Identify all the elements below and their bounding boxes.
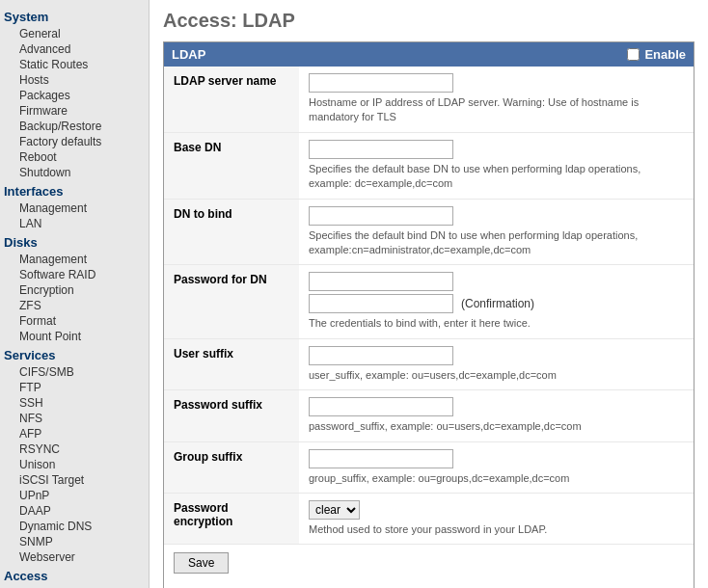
sidebar-item-general[interactable]: General (0, 26, 149, 41)
user-suffix-desc: user_suffix, example: ou=users,dc=exampl… (309, 368, 684, 383)
enable-checkbox[interactable] (627, 48, 640, 61)
panel-header-label: LDAP (172, 47, 205, 62)
sidebar-item-shutdown[interactable]: Shutdown (0, 165, 149, 180)
sidebar-item-dynamic-dns[interactable]: Dynamic DNS (0, 519, 149, 534)
main-content: Access: LDAP LDAP Enable LDAP server nam… (150, 0, 708, 588)
group-suffix-input[interactable] (309, 449, 453, 468)
sidebar-item-management[interactable]: Management (0, 200, 149, 216)
sidebar-item-firmware[interactable]: Firmware (0, 103, 149, 119)
base-dn-input[interactable] (309, 140, 453, 159)
dn-to-bind-desc: Specifies the default bind DN to use whe… (309, 228, 684, 258)
form-row-ldap-server-name: LDAP server nameHostname or IP address o… (164, 67, 694, 132)
save-row: Save (164, 545, 694, 581)
sidebar-section-services: Services (0, 344, 149, 364)
password-encryption-select[interactable]: clearcryptmd5sha (309, 500, 360, 520)
sidebar-item-static-routes[interactable]: Static Routes (0, 57, 149, 72)
sidebar-item-nfs[interactable]: NFS (0, 411, 149, 426)
sidebar-item-hosts[interactable]: Hosts (0, 72, 149, 88)
sidebar-item-format[interactable]: Format (0, 313, 149, 329)
sidebar-item-lan[interactable]: LAN (0, 216, 149, 231)
input-cell-dn-to-bind: Specifies the default bind DN to use whe… (299, 199, 694, 265)
form-row-password-encryption: Password encryptionclearcryptmd5shaMetho… (164, 493, 694, 544)
sidebar-item-snmp[interactable]: SNMP (0, 534, 149, 549)
sidebar-item-iscsi-target[interactable]: iSCSI Target (0, 472, 149, 488)
label-dn-to-bind: DN to bind (164, 199, 299, 265)
confirm-label: (Confirmation) (461, 297, 534, 310)
base-dn-desc: Specifies the default base DN to use whe… (309, 162, 684, 192)
label-ldap-server-name: LDAP server name (164, 67, 299, 132)
save-button[interactable]: Save (174, 552, 229, 574)
group-suffix-desc: group_suffix, example: ou=groups,dc=exam… (309, 471, 684, 486)
password-suffix-input[interactable] (309, 397, 453, 416)
password-for-dn-desc: The credentials to bind with, enter it h… (309, 316, 684, 331)
sidebar-section-disks: Disks (0, 231, 149, 252)
input-cell-password-encryption: clearcryptmd5shaMethod used to store you… (299, 493, 694, 544)
label-user-suffix: User suffix (164, 338, 299, 389)
sidebar-item-advanced[interactable]: Advanced (0, 41, 149, 57)
sidebar-section-interfaces: Interfaces (0, 180, 149, 200)
page-title: Access: LDAP (163, 10, 694, 32)
password-suffix-desc: password_suffix, example: ou=users,dc=ex… (309, 419, 684, 434)
sidebar-item-factory-defaults[interactable]: Factory defaults (0, 134, 149, 149)
input-cell-group-suffix: group_suffix, example: ou=groups,dc=exam… (299, 441, 694, 493)
dn-to-bind-input[interactable] (309, 206, 453, 226)
input-cell-password-for-dn: (Confirmation)The credentials to bind wi… (299, 265, 694, 338)
label-password-suffix: Password suffix (164, 390, 299, 441)
password-encryption-desc: Method used to store your password in yo… (309, 522, 684, 537)
sidebar: SystemGeneralAdvancedStatic RoutesHostsP… (0, 0, 150, 588)
password-for-dn-confirm-input[interactable] (309, 294, 453, 313)
sidebar-item-afp[interactable]: AFP (0, 426, 149, 441)
sidebar-section-system: System (0, 6, 149, 26)
label-base-dn: Base DN (164, 132, 299, 199)
form-row-user-suffix: User suffixuser_suffix, example: ou=user… (164, 338, 694, 389)
enable-label: Enable (644, 47, 686, 62)
sidebar-item-upnp[interactable]: UPnP (0, 488, 149, 503)
input-cell-user-suffix: user_suffix, example: ou=users,dc=exampl… (299, 338, 694, 389)
sidebar-item-backuprestore[interactable]: Backup/Restore (0, 119, 149, 134)
form-row-base-dn: Base DNSpecifies the default base DN to … (164, 132, 694, 199)
sidebar-item-cifssmb[interactable]: CIFS/SMB (0, 364, 149, 380)
sidebar-item-unison[interactable]: Unison (0, 457, 149, 472)
sidebar-section-access: Access (0, 565, 149, 585)
sidebar-item-webserver[interactable]: Webserver (0, 549, 149, 565)
input-cell-ldap-server-name: Hostname or IP address of LDAP server. W… (299, 67, 694, 132)
label-password-encryption: Password encryption (164, 493, 299, 544)
ldap-server-name-desc: Hostname or IP address of LDAP server. W… (309, 95, 684, 125)
label-password-for-dn: Password for DN (164, 265, 299, 338)
sidebar-item-mount-point[interactable]: Mount Point (0, 329, 149, 344)
form-row-group-suffix: Group suffixgroup_suffix, example: ou=gr… (164, 441, 694, 493)
password-for-dn-input[interactable] (309, 272, 453, 291)
sidebar-item-rsync[interactable]: RSYNC (0, 441, 149, 457)
form-table: LDAP server nameHostname or IP address o… (164, 67, 694, 545)
sidebar-item-ftp[interactable]: FTP (0, 380, 149, 395)
help-section: Help Needed!: LDAP authentication featur… (164, 581, 694, 588)
ldap-server-name-input[interactable] (309, 73, 453, 93)
sidebar-item-zfs[interactable]: ZFS (0, 298, 149, 313)
sidebar-item-software-raid[interactable]: Software RAID (0, 267, 149, 282)
user-suffix-input[interactable] (309, 346, 453, 365)
sidebar-item-daap[interactable]: DAAP (0, 503, 149, 519)
input-cell-base-dn: Specifies the default base DN to use whe… (299, 132, 694, 199)
sidebar-item-management[interactable]: Management (0, 252, 149, 267)
sidebar-item-encryption[interactable]: Encryption (0, 282, 149, 298)
label-group-suffix: Group suffix (164, 441, 299, 493)
ldap-panel: LDAP Enable LDAP server nameHostname or … (163, 41, 694, 588)
panel-header: LDAP Enable (164, 42, 694, 67)
sidebar-item-ssh[interactable]: SSH (0, 395, 149, 411)
form-row-dn-to-bind: DN to bindSpecifies the default bind DN … (164, 199, 694, 265)
form-row-password-suffix: Password suffixpassword_suffix, example:… (164, 390, 694, 441)
input-cell-password-suffix: password_suffix, example: ou=users,dc=ex… (299, 390, 694, 441)
panel-header-right: Enable (627, 47, 686, 62)
sidebar-item-reboot[interactable]: Reboot (0, 149, 149, 165)
form-row-password-for-dn: Password for DN(Confirmation)The credent… (164, 265, 694, 338)
sidebar-item-packages[interactable]: Packages (0, 88, 149, 103)
